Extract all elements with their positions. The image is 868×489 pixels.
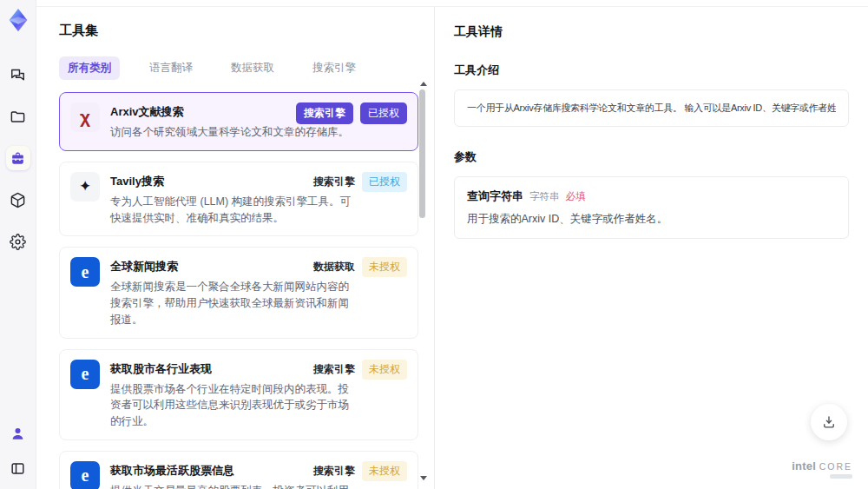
left-sidebar [0, 0, 36, 489]
tool-card-2[interactable]: e全球新闻搜索全球新闻搜索是一个聚合全球各大新闻网站内容的搜索引擎，帮助用户快速… [59, 247, 418, 338]
tool-card-1[interactable]: ✦Tavily搜索专为人工智能代理 (LLM) 构建的搜索引擎工具。可快速提供实… [59, 162, 418, 237]
news-e-tool-icon: e [70, 360, 100, 389]
intro-text: 一个用于从Arxiv存储库搜索科学论文和文章的工具。 输入可以是Arxiv ID… [467, 102, 836, 115]
auth-status-badge: 已授权 [362, 172, 407, 192]
tool-card-0[interactable]: χArxiv文献搜索访问各个研究领域大量科学论文和文章的存储库。搜索引擎已授权 [59, 92, 418, 151]
tool-category-tag: 数据获取 [313, 260, 355, 274]
tool-card-3[interactable]: e获取股市各行业表现提供股票市场各个行业在特定时间段内的表现。投资者可以利用这些… [59, 349, 418, 440]
tool-description: 访问各个研究领域大量科学论文和文章的存储库。 [110, 124, 352, 141]
tab-3[interactable]: 搜索引擎 [304, 56, 365, 80]
tool-category-tag: 搜索引擎 [313, 464, 355, 479]
scroll-down-arrow[interactable] [420, 476, 427, 480]
tool-card-4[interactable]: e获取市场最活跃股票信息提供当天交易量最高的股票列表，投资者可以利用这些信息来识… [59, 451, 418, 489]
intel-core-logo: intel CORE [792, 459, 852, 479]
intro-section-title: 工具介绍 [454, 63, 849, 78]
chat-icon[interactable] [6, 63, 30, 87]
collapse-panel-icon[interactable] [6, 456, 30, 480]
core-wordmark: CORE [819, 461, 852, 472]
tool-list: χArxiv文献搜索访问各个研究领域大量科学论文和文章的存储库。搜索引擎已授权✦… [59, 92, 418, 489]
param-description: 用于搜索的Arxiv ID、关键字或作者姓名。 [467, 212, 836, 227]
tool-list-panel: 工具集 所有类别语言翻译数据获取搜索引擎 χArxiv文献搜索访问各个研究领域大… [36, 7, 434, 489]
download-button[interactable] [811, 404, 847, 440]
auth-status-badge: 已授权 [360, 102, 407, 124]
page-title: 工具集 [59, 23, 434, 39]
scrollbar-thumb[interactable] [419, 89, 425, 218]
brand-sub-mark [830, 474, 852, 479]
news-e-tool-icon: e [70, 257, 100, 287]
settings-gear-icon[interactable] [6, 229, 30, 254]
params-section-title: 参数 [454, 149, 849, 165]
auth-status-badge: 未授权 [362, 461, 407, 481]
news-e-tool-icon: e [70, 461, 100, 489]
detail-title: 工具详情 [454, 24, 849, 40]
tab-1[interactable]: 语言翻译 [141, 56, 201, 80]
cube-icon[interactable] [6, 188, 30, 212]
param-box: 查询字符串 字符串 必填 用于搜索的Arxiv ID、关键字或作者姓名。 [454, 176, 849, 239]
tool-description: 提供当天交易量最高的股票列表，投资者可以利用这些信息来识别流动性强的股票和潜在的… [110, 483, 352, 489]
toolbox-icon[interactable] [6, 146, 30, 170]
tab-0[interactable]: 所有类别 [59, 56, 120, 80]
folder-icon[interactable] [6, 104, 30, 129]
scroll-up-arrow[interactable] [420, 82, 427, 86]
intel-wordmark: intel [792, 459, 816, 472]
param-type: 字符串 [529, 190, 560, 203]
category-tabs: 所有类别语言翻译数据获取搜索引擎 [59, 56, 434, 80]
tool-detail-panel: 工具详情 工具介绍 一个用于从Arxiv存储库搜索科学论文和文章的工具。 输入可… [434, 7, 868, 489]
app-logo-icon [5, 7, 31, 33]
arxiv-tool-icon: χ [70, 102, 100, 132]
auth-status-badge: 未授权 [362, 360, 407, 380]
intro-box: 一个用于从Arxiv存储库搜索科学论文和文章的工具。 输入可以是Arxiv ID… [454, 89, 849, 127]
auth-status-badge: 未授权 [362, 257, 407, 277]
tab-2[interactable]: 数据获取 [222, 56, 283, 80]
tool-description: 专为人工智能代理 (LLM) 构建的搜索引擎工具。可快速提供实时、准确和真实的结… [110, 194, 352, 227]
tool-description: 全球新闻搜索是一个聚合全球各大新闻网站内容的搜索引擎，帮助用户快速获取全球最新资… [110, 279, 352, 327]
list-scrollbar[interactable] [418, 82, 427, 480]
tavily-tool-icon: ✦ [70, 172, 100, 202]
param-required-flag: 必填 [566, 190, 586, 203]
tool-category-tag: 搜索引擎 [313, 362, 355, 377]
user-avatar-icon[interactable] [6, 421, 30, 446]
download-icon [821, 414, 837, 430]
tool-category-tag: 搜索引擎 [296, 102, 353, 124]
param-name: 查询字符串 [467, 188, 523, 204]
tool-description: 提供股票市场各个行业在特定时间段内的表现。投资者可以利用这些信息来识别表现优于或… [110, 381, 352, 430]
tool-category-tag: 搜索引擎 [313, 175, 355, 189]
